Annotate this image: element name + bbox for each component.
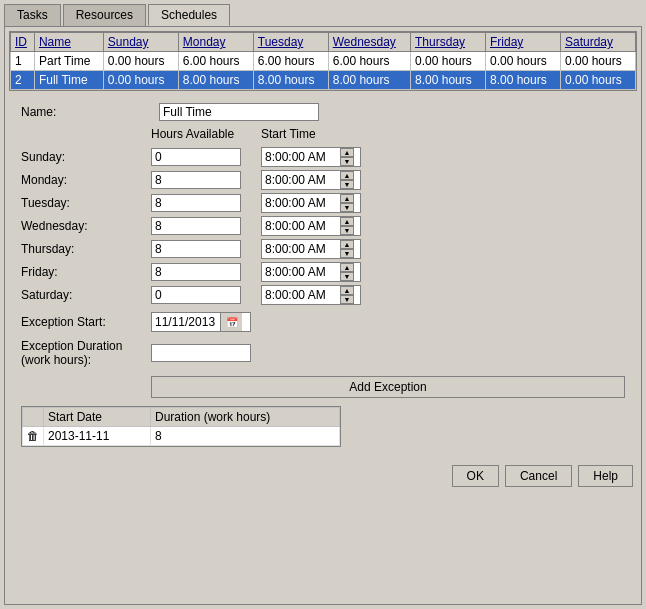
col-header-thursday: Thursday bbox=[411, 33, 486, 52]
tab-tasks[interactable]: Tasks bbox=[4, 4, 61, 26]
col-header-name: Name bbox=[34, 33, 103, 52]
table-cell: 8.00 hours bbox=[253, 71, 328, 90]
spin-up[interactable]: ▲ bbox=[340, 286, 354, 295]
exception-table-container: Start Date Duration (work hours) 🗑2013-1… bbox=[21, 406, 341, 447]
time-input[interactable] bbox=[262, 287, 340, 303]
table-cell: 8.00 hours bbox=[328, 71, 410, 90]
spin-buttons: ▲▼ bbox=[340, 148, 356, 166]
day-row-sunday: Sunday:▲▼ bbox=[21, 147, 625, 167]
spin-up[interactable]: ▲ bbox=[340, 171, 354, 180]
table-row[interactable]: 1Part Time0.00 hours6.00 hours6.00 hours… bbox=[11, 52, 636, 71]
day-row-friday: Friday:▲▼ bbox=[21, 262, 625, 282]
tab-schedules[interactable]: Schedules bbox=[148, 4, 230, 26]
day-row-monday: Monday:▲▼ bbox=[21, 170, 625, 190]
time-wrapper: ▲▼ bbox=[261, 170, 361, 190]
spin-buttons: ▲▼ bbox=[340, 263, 356, 281]
table-cell: 0.00 hours bbox=[560, 71, 635, 90]
time-input[interactable] bbox=[262, 241, 340, 257]
ok-button[interactable]: OK bbox=[452, 465, 499, 487]
form-area: Name: Hours Available Start Time Sunday:… bbox=[5, 95, 641, 459]
tab-resources[interactable]: Resources bbox=[63, 4, 146, 26]
spin-down[interactable]: ▼ bbox=[340, 203, 354, 212]
table-cell: 0.00 hours bbox=[103, 52, 178, 71]
day-label: Sunday: bbox=[21, 150, 151, 164]
spin-down[interactable]: ▼ bbox=[340, 272, 354, 281]
time-input[interactable] bbox=[262, 172, 340, 188]
time-input[interactable] bbox=[262, 218, 340, 234]
spin-down[interactable]: ▼ bbox=[340, 180, 354, 189]
name-input[interactable] bbox=[159, 103, 319, 121]
exception-table: Start Date Duration (work hours) 🗑2013-1… bbox=[22, 407, 340, 446]
spin-up[interactable]: ▲ bbox=[340, 217, 354, 226]
exception-start-input[interactable] bbox=[152, 314, 220, 330]
spin-buttons: ▲▼ bbox=[340, 286, 356, 304]
hours-headers: Hours Available Start Time bbox=[151, 127, 625, 141]
table-cell: 8.00 hours bbox=[486, 71, 561, 90]
table-cell: Full Time bbox=[34, 71, 103, 90]
time-input[interactable] bbox=[262, 149, 340, 165]
table-cell: 0.00 hours bbox=[103, 71, 178, 90]
window: Tasks Resources Schedules ID Name Sunday… bbox=[0, 0, 646, 609]
schedule-table: ID Name Sunday Monday Tuesday Wednesday … bbox=[10, 32, 636, 90]
spin-buttons: ▲▼ bbox=[340, 194, 356, 212]
exception-col-duration: Duration (work hours) bbox=[150, 408, 339, 427]
exception-start-date: 2013-11-11 bbox=[44, 427, 151, 446]
time-input[interactable] bbox=[262, 195, 340, 211]
time-wrapper: ▲▼ bbox=[261, 216, 361, 236]
col-header-sunday: Sunday bbox=[103, 33, 178, 52]
table-cell: 6.00 hours bbox=[253, 52, 328, 71]
spin-buttons: ▲▼ bbox=[340, 217, 356, 235]
help-button[interactable]: Help bbox=[578, 465, 633, 487]
table-row[interactable]: 2Full Time0.00 hours8.00 hours8.00 hours… bbox=[11, 71, 636, 90]
exception-row: 🗑2013-11-118 bbox=[23, 427, 340, 446]
spin-up[interactable]: ▲ bbox=[340, 240, 354, 249]
calendar-button[interactable]: 📅 bbox=[220, 313, 242, 331]
table-cell: Part Time bbox=[34, 52, 103, 71]
time-wrapper: ▲▼ bbox=[261, 262, 361, 282]
hours-input[interactable] bbox=[151, 217, 241, 235]
exception-start-row: Exception Start: 📅 bbox=[21, 312, 625, 332]
spin-up[interactable]: ▲ bbox=[340, 194, 354, 203]
table-cell: 1 bbox=[11, 52, 35, 71]
time-wrapper: ▲▼ bbox=[261, 239, 361, 259]
day-row-tuesday: Tuesday:▲▼ bbox=[21, 193, 625, 213]
hours-input[interactable] bbox=[151, 263, 241, 281]
exception-duration-label: Exception Duration (work hours): bbox=[21, 339, 151, 367]
hours-input[interactable] bbox=[151, 148, 241, 166]
hours-input[interactable] bbox=[151, 171, 241, 189]
spin-down[interactable]: ▼ bbox=[340, 157, 354, 166]
delete-exception-button[interactable]: 🗑 bbox=[23, 427, 44, 446]
table-cell: 8.00 hours bbox=[178, 71, 253, 90]
spin-up[interactable]: ▲ bbox=[340, 148, 354, 157]
col-header-saturday: Saturday bbox=[560, 33, 635, 52]
time-wrapper: ▲▼ bbox=[261, 147, 361, 167]
spin-down[interactable]: ▼ bbox=[340, 226, 354, 235]
col-header-tuesday: Tuesday bbox=[253, 33, 328, 52]
table-cell: 0.00 hours bbox=[486, 52, 561, 71]
spin-buttons: ▲▼ bbox=[340, 240, 356, 258]
time-wrapper: ▲▼ bbox=[261, 285, 361, 305]
day-label: Tuesday: bbox=[21, 196, 151, 210]
day-label: Wednesday: bbox=[21, 219, 151, 233]
hours-input[interactable] bbox=[151, 240, 241, 258]
hours-input[interactable] bbox=[151, 286, 241, 304]
day-row-saturday: Saturday:▲▼ bbox=[21, 285, 625, 305]
spin-up[interactable]: ▲ bbox=[340, 263, 354, 272]
exception-duration-value: 8 bbox=[150, 427, 339, 446]
add-exception-button[interactable]: Add Exception bbox=[151, 376, 625, 398]
exception-duration-input[interactable] bbox=[151, 344, 251, 362]
time-input[interactable] bbox=[262, 264, 340, 280]
day-row-wednesday: Wednesday:▲▼ bbox=[21, 216, 625, 236]
day-label: Friday: bbox=[21, 265, 151, 279]
spin-down[interactable]: ▼ bbox=[340, 249, 354, 258]
bottom-buttons: OK Cancel Help bbox=[5, 459, 641, 493]
spin-down[interactable]: ▼ bbox=[340, 295, 354, 304]
time-wrapper: ▲▼ bbox=[261, 193, 361, 213]
cancel-button[interactable]: Cancel bbox=[505, 465, 572, 487]
schedule-table-container: ID Name Sunday Monday Tuesday Wednesday … bbox=[9, 31, 637, 91]
tab-bar: Tasks Resources Schedules bbox=[0, 0, 646, 26]
table-cell: 8.00 hours bbox=[411, 71, 486, 90]
day-row-thursday: Thursday:▲▼ bbox=[21, 239, 625, 259]
start-time-header: Start Time bbox=[261, 127, 371, 141]
hours-input[interactable] bbox=[151, 194, 241, 212]
